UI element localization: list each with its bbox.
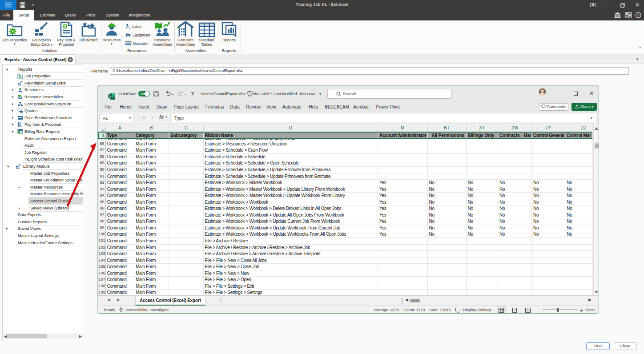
svg-text:?: ? xyxy=(637,13,639,17)
